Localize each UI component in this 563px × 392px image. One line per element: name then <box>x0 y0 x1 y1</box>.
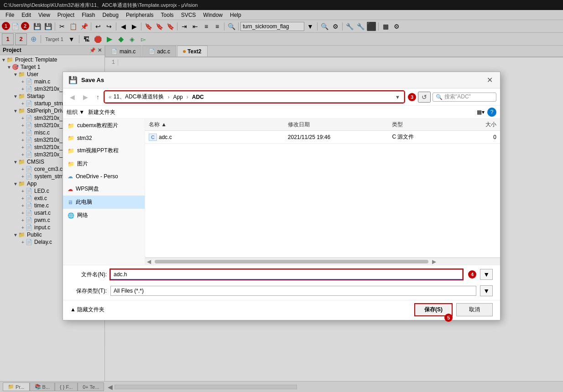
filetype-label: 保存类型(T): <box>70 287 107 295</box>
save-btn-label: 保存(S) <box>424 306 443 313</box>
pictures-folder-icon: 📁 <box>68 161 74 167</box>
col-date[interactable]: 修改日期 <box>288 121 392 129</box>
nav-path-dropdown[interactable]: ▼ <box>395 94 400 100</box>
this-pc-icon: 🖥 <box>68 199 73 206</box>
dialog-title-text: Save As <box>81 77 104 83</box>
scroll-thumb[interactable] <box>155 260 428 263</box>
file-table-header: 名称 ▲ 修改日期 类型 大小 <box>145 119 500 131</box>
nav-forward-btn[interactable]: ▶ <box>80 92 91 102</box>
dialog-actions: 保存(S) 5 取消 <box>414 303 493 316</box>
left-onedrive[interactable]: ☁ OneDrive - Perso <box>63 170 145 182</box>
nav-refresh-btn[interactable]: ↺ <box>418 92 431 103</box>
cubemx-folder-icon: 📁 <box>68 123 74 129</box>
dialog-nav-bar: ◀ ▶ ↑ « 11、ADC单通道转换 › App › ADC ▼ 3 <box>63 88 500 106</box>
onedrive-label: OneDrive - Perso <box>76 173 118 180</box>
left-stm-video[interactable]: 📁 stm视频PPT教程 <box>63 144 145 157</box>
filetype-display: All Files (*.*) <box>110 286 476 296</box>
nav-path-part2[interactable]: App <box>173 94 182 100</box>
search-input[interactable] <box>444 94 490 100</box>
nav-sep1: › <box>167 94 169 100</box>
stm32-folder-icon: 📁 <box>68 135 74 141</box>
wps-icon: ☁ <box>68 186 73 192</box>
dialog-filetype-row: 保存类型(T): All Files (*.*) ▼ <box>63 284 500 300</box>
dialog-close-btn[interactable]: ✕ <box>485 76 495 84</box>
nav-path-prefix: « <box>109 94 112 100</box>
left-this-pc[interactable]: 🖥 此电脑 <box>63 196 145 209</box>
search-icon: 🔍 <box>436 94 443 100</box>
file-table: C adc.c 2021/11/25 19:46 C 源文件 0 <box>145 131 500 258</box>
main-layout: Project 📌 ✕ ▼ 📁 Project: Template ▼ 🎯 Ta… <box>0 46 563 381</box>
help-btn[interactable]: ? <box>487 108 496 117</box>
hide-folders-label: ▲ 隐藏文件夹 <box>70 306 104 314</box>
col-type[interactable]: 类型 <box>392 121 461 129</box>
view-btn[interactable]: ▦▾ <box>477 109 485 115</box>
dialog-title-icon: 💾 <box>68 76 78 84</box>
stm-video-folder-icon: 📁 <box>68 148 74 154</box>
network-label: 网络 <box>77 211 88 219</box>
pictures-label: 图片 <box>77 160 88 168</box>
dialog-filename-row: 文件名(N): 4 ▼ <box>63 265 500 284</box>
left-network[interactable]: 🌐 网络 <box>63 209 145 222</box>
hide-folders-btn[interactable]: ▲ 隐藏文件夹 <box>70 306 104 314</box>
file-adc-name: C adc.c <box>149 134 288 141</box>
dialog-footer: ▲ 隐藏文件夹 保存(S) 5 取消 <box>63 300 500 320</box>
nav-path: « 11、ADC单通道转换 › App › ADC ▼ <box>104 91 404 103</box>
organize-label: 组织 ▼ <box>67 108 84 116</box>
nav-search-box: 🔍 <box>433 93 496 102</box>
annotation-4: 4 <box>468 270 476 279</box>
filename-label: 文件名(N): <box>70 271 107 279</box>
file-row-adc[interactable]: C adc.c 2021/11/25 19:46 C 源文件 0 <box>145 131 500 144</box>
nav-up-btn[interactable]: ↑ <box>93 92 103 102</box>
network-icon: 🌐 <box>68 212 74 219</box>
save-dialog-btn[interactable]: 保存(S) 5 <box>414 303 453 316</box>
save-as-dialog: 💾 Save As ✕ ◀ ▶ ↑ « 11、ADC单通道转换 › App <box>63 72 500 320</box>
cancel-dialog-btn[interactable]: 取消 <box>456 303 493 316</box>
this-pc-label: 此电脑 <box>76 198 92 206</box>
dialog-left-nav: 📁 cubemx教程图片 📁 stm32 📁 stm视频PPT教程 � <box>63 119 145 265</box>
scroll-right-arrow[interactable]: ▶ <box>430 258 438 265</box>
cancel-btn-label: 取消 <box>469 306 480 313</box>
dialog-title-bar: 💾 Save As ✕ <box>63 72 500 88</box>
filename-input[interactable] <box>110 269 463 279</box>
scroll-area[interactable]: ◀ ▶ <box>145 258 500 265</box>
filetype-dropdown-btn[interactable]: ▼ <box>480 285 493 296</box>
nav-back-btn[interactable]: ◀ <box>67 92 78 102</box>
wps-label: WPS网盘 <box>76 185 99 193</box>
editor-area: 📄 main.c 📄 adc.c Text2 1 💾 <box>105 46 563 381</box>
cubemx-label: cubemx教程图片 <box>77 122 118 129</box>
organize-btn[interactable]: 组织 ▼ <box>67 108 84 116</box>
left-stm32[interactable]: 📁 stm32 <box>63 132 145 144</box>
onedrive-icon: ☁ <box>68 173 73 180</box>
file-adc-type: C 源文件 <box>392 133 461 141</box>
col-size[interactable]: 大小 <box>462 121 496 129</box>
nav-sep2: › <box>187 94 188 100</box>
save-as-dialog-overlay: 💾 Save As ✕ ◀ ▶ ↑ « 11、ADC单通道转换 › App <box>0 0 563 392</box>
filetype-value: All Files (*.*) <box>114 288 144 294</box>
nav-path-part3[interactable]: ADC <box>192 94 204 100</box>
col-name[interactable]: 名称 ▲ <box>149 121 288 129</box>
nav-path-part1[interactable]: 11、ADC单通道转换 <box>114 93 164 101</box>
file-adc-date: 2021/11/25 19:46 <box>288 134 392 140</box>
annotation-5: 5 <box>444 314 453 322</box>
left-pictures[interactable]: 📁 图片 <box>63 157 145 170</box>
file-adc-label: adc.c <box>159 134 172 140</box>
stm32-label: stm32 <box>77 135 92 141</box>
annotation-3: 3 <box>408 93 416 101</box>
stm-video-label: stm视频PPT教程 <box>77 147 119 155</box>
new-folder-btn[interactable]: 新建文件夹 <box>88 108 115 116</box>
left-cubemx[interactable]: 📁 cubemx教程图片 <box>63 119 145 132</box>
dialog-toolbar: 组织 ▼ 新建文件夹 ▦▾ ? <box>63 106 500 119</box>
dialog-right-panel: 名称 ▲ 修改日期 类型 大小 C adc.c <box>145 119 500 265</box>
filename-dropdown-btn[interactable]: ▼ <box>480 269 493 280</box>
scroll-left-arrow[interactable]: ◀ <box>145 258 153 265</box>
file-adc-size: 0 <box>462 134 496 140</box>
file-adc-icon: C <box>149 134 157 141</box>
left-wps[interactable]: ☁ WPS网盘 <box>63 182 145 196</box>
dialog-body: 📁 cubemx教程图片 📁 stm32 📁 stm视频PPT教程 � <box>63 119 500 265</box>
